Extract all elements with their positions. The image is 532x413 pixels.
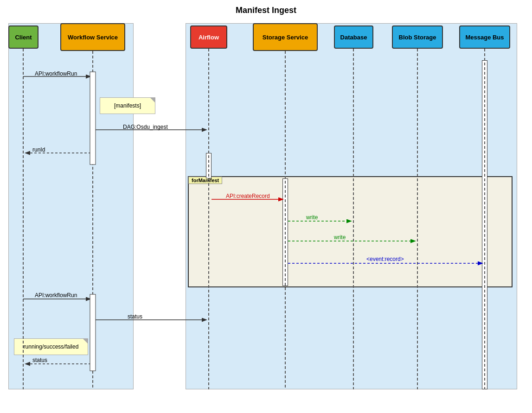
- actor-client: Client: [8, 25, 38, 49]
- msg-api-workflowrun-2: API:workflowRun: [35, 292, 77, 299]
- diagram-container: Manifest Ingest Client Workflow Service …: [0, 0, 532, 413]
- msg-write-1: write: [306, 214, 318, 221]
- actor-workflow: Workflow Service: [60, 23, 125, 51]
- msg-event-record: <event:record>: [366, 256, 404, 262]
- msg-runid: runId: [32, 146, 45, 153]
- msg-api-workflowrun-1: API:workflowRun: [35, 70, 77, 77]
- actor-blob: Blob Storage: [392, 25, 443, 49]
- msg-dag-osdu-ingest: DAG:Osdu_ingest: [123, 124, 168, 130]
- note-status: running/success/failed: [14, 338, 88, 355]
- actor-database: Database: [334, 25, 373, 49]
- activation-msgbus: [482, 60, 487, 389]
- actor-airflow: Airflow: [190, 25, 227, 49]
- actor-msgbus: Message Bus: [459, 25, 510, 49]
- frame-label: forManifest: [188, 177, 222, 184]
- actor-storage: Storage Service: [253, 23, 318, 51]
- diagram-title: Manifest Ingest: [0, 0, 532, 15]
- msg-api-createrecord: API:createRecord: [226, 193, 270, 199]
- activation-airflow-1: [206, 153, 212, 178]
- msg-write-2: write: [334, 234, 346, 241]
- activation-storage-1: [282, 178, 288, 286]
- left-panel: [8, 23, 134, 389]
- note-manifests: [manifests]: [100, 97, 155, 114]
- msg-status-2: status: [32, 357, 47, 363]
- msg-status-1: status: [128, 313, 142, 320]
